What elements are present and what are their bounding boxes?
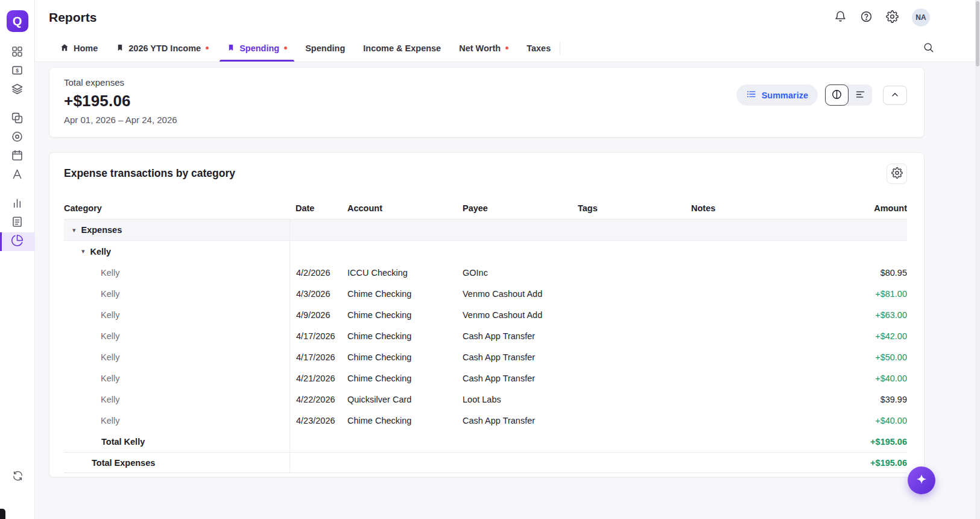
- assistant-fab[interactable]: [908, 466, 935, 494]
- category-link[interactable]: Kelly: [101, 352, 119, 362]
- cell-account: ICCU Checking: [347, 262, 463, 283]
- cell-category: Kelly: [64, 389, 289, 410]
- cell-tags: [578, 389, 691, 410]
- category-link[interactable]: Kelly: [101, 289, 119, 299]
- summary-info: Total expenses +$195.06 Apr 01, 2026 – A…: [64, 77, 177, 125]
- cell-date: [289, 241, 347, 262]
- tab-home[interactable]: Home: [51, 35, 107, 62]
- cell-date: 4/17/2026: [289, 325, 347, 346]
- sidebar-item-advice[interactable]: [0, 166, 35, 185]
- sidebar-item-watchlist[interactable]: [0, 214, 35, 232]
- cell-date: 4/17/2026: [289, 346, 347, 368]
- cell-payee: [463, 220, 578, 240]
- table-title-row: Expense transactions by category: [64, 167, 907, 184]
- table-settings-button[interactable]: [887, 164, 907, 184]
- cell-amount: +$50.00: [788, 346, 907, 368]
- category-link[interactable]: Kelly: [101, 310, 119, 320]
- cell-payee: Loot Labs: [463, 389, 578, 410]
- cell-date: [289, 431, 347, 452]
- transaction-row: Kelly4/23/2026Chime CheckingCash App Tra…: [64, 410, 907, 431]
- report-tabs: Home2026 YTD IncomeSpendingSpendingIncom…: [35, 35, 980, 62]
- cell-notes: [691, 283, 788, 304]
- avatar[interactable]: NA: [912, 8, 930, 27]
- cell-account: [347, 453, 463, 473]
- cell-account: Chime Checking: [347, 410, 463, 431]
- cell-category: Kelly: [64, 262, 289, 283]
- screen-corner-artifact: [0, 509, 5, 519]
- cell-payee: Cash App Transfer: [463, 368, 578, 389]
- unsaved-dot: [505, 46, 508, 49]
- list-view-button[interactable]: [849, 84, 872, 106]
- sidebar-item-transactions[interactable]: $: [0, 62, 35, 81]
- tab-label: Home: [74, 43, 98, 53]
- chevron-up-icon: [890, 89, 900, 102]
- sidebar-item-dashboard[interactable]: [0, 43, 35, 62]
- tab-spending[interactable]: Spending: [296, 35, 354, 62]
- notifications-button[interactable]: [834, 10, 847, 25]
- cell-date: 4/9/2026: [289, 304, 347, 325]
- summary-controls: Summarize: [736, 77, 907, 125]
- sidebar-item-bills[interactable]: [0, 81, 35, 100]
- page-title: Reports: [49, 10, 96, 25]
- cell-amount: +$40.00: [788, 368, 907, 389]
- summary-amount: +$195.06: [64, 92, 177, 110]
- caret-down-icon[interactable]: ▾: [72, 227, 76, 234]
- category-link[interactable]: Kelly: [101, 268, 119, 278]
- summary-card: Total expenses +$195.06 Apr 01, 2026 – A…: [49, 67, 925, 138]
- category-link[interactable]: Kelly: [101, 331, 119, 341]
- group-row[interactable]: ▾Expenses: [64, 220, 907, 241]
- help-button[interactable]: [860, 10, 873, 25]
- column-header-tags: Tags: [578, 197, 691, 219]
- logo-letter: Q: [13, 14, 22, 28]
- sidebar-item-sync[interactable]: [0, 468, 35, 486]
- scrollbar-thumb[interactable]: [976, 1, 979, 66]
- group-row[interactable]: ▾Kelly: [64, 241, 907, 262]
- sidebar-item-reports[interactable]: [0, 232, 35, 251]
- tab-label: Spending: [305, 43, 345, 53]
- tab-income-expense[interactable]: Income & Expense: [354, 35, 450, 62]
- summarize-button[interactable]: Summarize: [736, 84, 818, 106]
- app-logo[interactable]: Q: [7, 10, 28, 32]
- cell-notes: [691, 346, 788, 368]
- sidebar-item-accounts[interactable]: [0, 110, 35, 129]
- sidebar-item-goals[interactable]: [0, 129, 35, 147]
- group-label: Kelly: [90, 247, 112, 256]
- search-button[interactable]: [923, 42, 934, 55]
- cell-category: ▾Expenses: [64, 220, 289, 240]
- tab-label: Net Worth: [459, 43, 501, 53]
- total-row: Total Kelly+$195.06: [64, 431, 907, 452]
- category-link[interactable]: Kelly: [101, 416, 119, 425]
- tab-taxes[interactable]: Taxes: [517, 35, 560, 62]
- cell-account: Chime Checking: [347, 346, 463, 368]
- cell-date: 4/22/2026: [289, 389, 347, 410]
- collapse-button[interactable]: [883, 86, 907, 105]
- chart-view-button[interactable]: [825, 84, 849, 106]
- tab-label: Income & Expense: [363, 43, 441, 53]
- caret-down-icon[interactable]: ▾: [81, 248, 85, 255]
- cell-amount: +$195.06: [788, 431, 907, 452]
- cell-category: Kelly: [64, 304, 289, 325]
- cell-notes: [691, 368, 788, 389]
- cell-amount: [788, 241, 907, 262]
- settings-button[interactable]: [886, 10, 899, 25]
- cell-tags: [578, 368, 691, 389]
- tab-spending[interactable]: Spending: [218, 35, 296, 62]
- sidebar-item-calendar[interactable]: [0, 147, 35, 166]
- scrollbar-track: [975, 0, 980, 519]
- total-row: Total Expenses+$195.06: [64, 452, 907, 473]
- grid-icon: [11, 45, 24, 60]
- column-header-account: Account: [347, 197, 463, 219]
- home-icon: [60, 43, 69, 54]
- tab-2026-ytd-income[interactable]: 2026 YTD Income: [107, 35, 218, 62]
- tab-net-worth[interactable]: Net Worth: [450, 35, 517, 62]
- cell-payee: [463, 241, 578, 262]
- gear-icon: [891, 167, 903, 180]
- cell-account: Chime Checking: [347, 368, 463, 389]
- main-content: Total expenses +$195.06 Apr 01, 2026 – A…: [35, 62, 980, 519]
- cell-notes: [691, 262, 788, 283]
- category-link[interactable]: Kelly: [101, 395, 119, 404]
- total-label: Total Expenses: [92, 458, 155, 468]
- sidebar-item-investments[interactable]: [0, 195, 35, 214]
- category-link[interactable]: Kelly: [101, 374, 119, 383]
- cell-amount: [788, 220, 907, 240]
